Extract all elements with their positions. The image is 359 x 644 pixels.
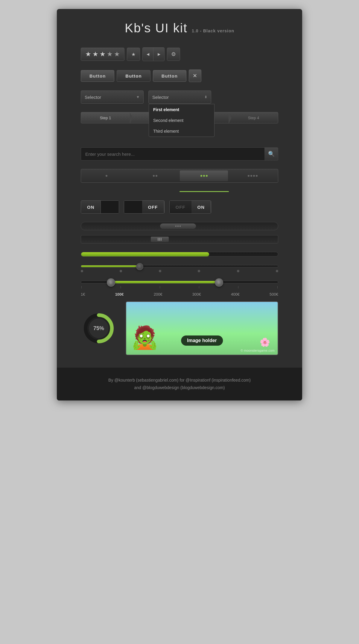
stars-section: ★ ★ ★ ★ ★ ★ ◀ ▶ ⚙ [81, 47, 278, 61]
slider-markers [81, 270, 278, 272]
range-label-100e: 100€ [115, 292, 124, 297]
footer: By @kounterb (sebastiengabriel.com) for … [57, 367, 302, 400]
tab-dot [153, 175, 155, 177]
slider-thumb[interactable] [136, 263, 143, 270]
slider-marker[interactable] [276, 270, 278, 272]
tab-3[interactable] [180, 170, 228, 181]
toggle-off-1[interactable] [101, 201, 119, 213]
range-thumb-left[interactable]: ⫛ [107, 278, 115, 287]
range-label-300e: 300€ [192, 292, 201, 297]
favorite-button[interactable]: ★ [127, 48, 140, 61]
circular-progress-label: 75% [93, 325, 104, 332]
star-1[interactable]: ★ [85, 50, 91, 58]
toggle-off-3[interactable]: OFF [170, 201, 191, 213]
range-slider-track: ⫛ ⫛ [81, 281, 278, 284]
selector-1[interactable]: Selector ▼ [81, 90, 144, 104]
scrollbar-thumb-1[interactable] [160, 223, 196, 229]
buttons-section: Button Button Button ✕ [81, 69, 278, 82]
close-button[interactable]: ✕ [189, 69, 201, 82]
page-subtitle: 1.0 - Black version [192, 28, 234, 33]
page-title: Kb's UI kit [125, 21, 188, 35]
step-4[interactable]: Step 4 [229, 112, 278, 123]
flower-decoration: 🌸 [260, 337, 270, 347]
toggle-1[interactable]: ON [81, 200, 119, 214]
slider-fill [81, 265, 140, 267]
range-labels: 1€ 100€ 200€ 300€ 400€ 500€ [81, 292, 278, 297]
range-slider[interactable]: ⫛ ⫛ 1€ 100€ 200€ 300€ 400€ 500€ [81, 281, 278, 297]
slider[interactable] [81, 265, 278, 272]
next-button[interactable]: ▶ [153, 48, 164, 61]
nav-button-group: ◀ ▶ [142, 47, 165, 61]
dropdown-item-3[interactable]: Third element [149, 126, 214, 137]
tab-section [81, 169, 278, 192]
toggles-row: ON OFF OFF ON [81, 200, 278, 214]
footer-line1: By @kounterb (sebastiengabriel.com) for … [63, 377, 296, 384]
slider-marker[interactable] [81, 270, 83, 272]
range-thumb-right[interactable]: ⫛ [215, 278, 223, 287]
scroll-dot2 [161, 238, 162, 241]
tab-bar [81, 169, 278, 183]
star-4[interactable]: ★ [107, 50, 113, 58]
selector-1-label: Selector [85, 95, 134, 100]
selectors-section: Selector ▼ Selector ⬍ First element Seco… [81, 90, 278, 104]
tab-2[interactable] [131, 170, 179, 181]
toggle-on-3[interactable]: ON [191, 201, 211, 213]
dropdown-item-2[interactable]: Second element [149, 115, 214, 126]
dropdown-item-1[interactable]: First element [149, 104, 214, 115]
star-5[interactable]: ★ [114, 50, 120, 58]
tab-4[interactable] [229, 170, 277, 181]
toggle-off-2[interactable]: OFF [142, 201, 164, 213]
progress-bar-fill [81, 252, 209, 256]
scroll-dot2 [159, 238, 160, 241]
search-bar: 🔍 [81, 147, 278, 161]
scrollbar-1[interactable] [81, 222, 278, 230]
dropdown-menu: First element Second element Third eleme… [149, 104, 215, 137]
tab-1[interactable] [82, 170, 130, 181]
tab-dot [253, 175, 255, 177]
toggle-on-1[interactable]: ON [81, 201, 101, 213]
star-rating[interactable]: ★ ★ ★ ★ ★ [81, 48, 124, 61]
button-2[interactable]: Button [117, 70, 150, 82]
image-holder-label: Image holder [181, 335, 223, 346]
selector-2[interactable]: Selector ⬍ First element Second element … [148, 90, 211, 104]
toggle-on-2[interactable] [124, 201, 142, 213]
star-2[interactable]: ★ [92, 50, 98, 58]
slider-marker[interactable] [237, 270, 239, 272]
range-slider-fill [111, 281, 219, 283]
scroll-dot2 [158, 238, 159, 241]
search-button[interactable]: 🔍 [264, 147, 278, 161]
slider-track [81, 265, 278, 267]
tab-indicator [180, 191, 229, 192]
title-area: Kb's UI kit 1.0 - Black version [81, 21, 278, 35]
close-icon: ✕ [193, 72, 197, 79]
selector-2-arrow: ⬍ [204, 95, 207, 99]
range-label-200e: 200€ [154, 292, 162, 297]
settings-button[interactable]: ⚙ [167, 48, 180, 61]
toggle-2[interactable]: OFF [124, 200, 165, 214]
bottom-row: 75% 🧟 🌸 Image holder © moonstersgame.com [81, 301, 278, 355]
tab-dot [200, 175, 202, 177]
search-input[interactable] [81, 147, 264, 161]
prev-button[interactable]: ◀ [143, 48, 153, 61]
step-1[interactable]: Step 1 [81, 112, 130, 123]
scroll-dot [177, 226, 179, 227]
image-holder-credit: © moonstersgame.com [241, 349, 275, 352]
button-1[interactable]: Button [81, 70, 114, 82]
tab-dot [248, 175, 250, 177]
scroll-dot [180, 226, 181, 227]
button-3[interactable]: Button [153, 70, 186, 82]
progress-bar [81, 252, 278, 257]
slider-marker[interactable] [120, 270, 122, 272]
scrollbar-thumb-2[interactable] [151, 237, 169, 242]
range-label-1e: 1€ [81, 292, 85, 297]
scrollbar-2[interactable] [81, 235, 278, 244]
tab-dot [203, 175, 205, 177]
toggle-3[interactable]: OFF ON [169, 200, 212, 214]
slider-marker[interactable] [198, 270, 200, 272]
range-label-400e: 400€ [231, 292, 240, 297]
search-icon: 🔍 [268, 151, 275, 157]
slider-marker[interactable] [159, 270, 161, 272]
gear-icon: ⚙ [171, 51, 176, 58]
star-3[interactable]: ★ [100, 50, 106, 58]
scroll-dot [175, 226, 177, 227]
